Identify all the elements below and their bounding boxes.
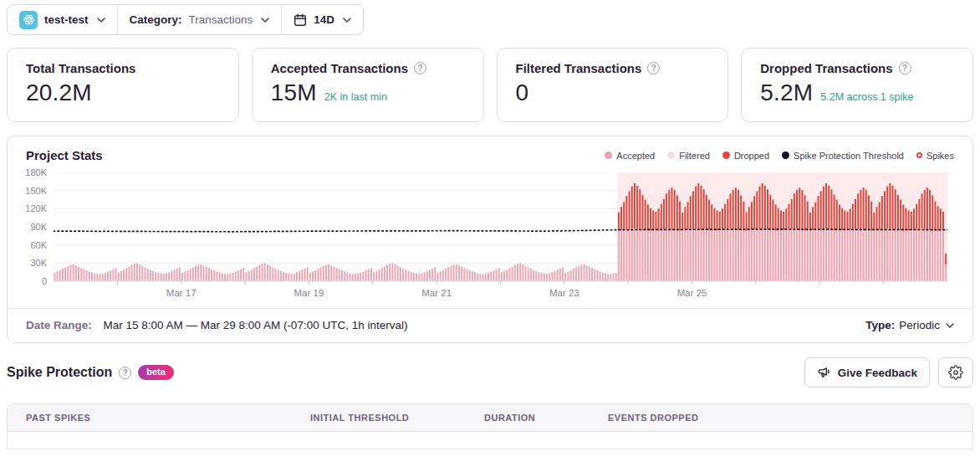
period-value: 14D xyxy=(314,13,334,26)
top-selector-bar: test-test Category: Transactions 14D xyxy=(7,4,364,35)
y-axis-label: 90K xyxy=(30,222,47,232)
react-atom-icon xyxy=(19,11,38,29)
chevron-down-icon xyxy=(946,323,954,328)
card-title: Accepted Transactions xyxy=(271,61,408,75)
legend-dot-icon xyxy=(782,151,789,159)
spike-protection-header-row: Spike Protection ? beta Give Feedback xyxy=(7,357,973,388)
card-value: 5.2M xyxy=(760,80,813,106)
legend-dot-icon xyxy=(605,151,612,159)
y-axis-label: 180K xyxy=(25,167,47,177)
column-header-past-spikes: Past Spikes xyxy=(8,404,292,431)
card-title: Dropped Transactions xyxy=(760,61,892,75)
legend-item-threshold[interactable]: Spike Protection Threshold xyxy=(782,151,904,161)
card-dropped-transactions: Dropped Transactions ? 5.2M 5.2M across … xyxy=(741,48,973,122)
card-total-transactions: Total Transactions 20.2M xyxy=(7,48,239,122)
card-accepted-transactions: Accepted Transactions ? 15M 2K in last m… xyxy=(252,48,484,122)
chart-footer: Date Range: Mar 15 8:00 AM — Mar 29 8:00… xyxy=(8,308,972,342)
legend-ring-icon xyxy=(916,152,922,158)
table-body xyxy=(8,432,972,449)
category-selector[interactable]: Category: Transactions xyxy=(117,5,282,34)
help-icon[interactable]: ? xyxy=(899,62,911,74)
category-value: Transactions xyxy=(189,13,253,26)
page: test-test Category: Transactions 14D xyxy=(0,0,980,449)
legend-label: Spikes xyxy=(926,151,954,161)
y-axis-label: 150K xyxy=(25,186,47,196)
give-feedback-button[interactable]: Give Feedback xyxy=(804,357,930,388)
card-subtext: 5.2M across 1 spike xyxy=(820,91,913,103)
legend-dot-icon xyxy=(667,151,675,159)
legend-item-accepted[interactable]: Accepted xyxy=(605,151,655,161)
legend-label: Filtered xyxy=(679,151,710,161)
type-label: Type: xyxy=(865,319,895,331)
past-spikes-table: Past Spikes Initial Threshold Duration E… xyxy=(7,403,973,449)
legend-item-filtered[interactable]: Filtered xyxy=(667,151,710,161)
y-axis-label: 60K xyxy=(30,240,47,250)
chevron-down-icon xyxy=(97,18,105,23)
chart-y-axis: 180K150K120K90K60K30K0 xyxy=(8,172,54,281)
legend-label: Accepted xyxy=(616,151,655,161)
y-axis-label: 0 xyxy=(42,276,47,286)
settings-button[interactable] xyxy=(938,357,973,388)
beta-badge: beta xyxy=(138,365,174,380)
card-title: Filtered Transactions xyxy=(516,61,642,75)
x-axis-label: Mar 19 xyxy=(294,288,324,298)
chart-legend: Accepted Filtered Dropped Spike Protecti… xyxy=(605,151,954,161)
type-selector[interactable]: Type: Periodic xyxy=(865,319,954,331)
legend-item-dropped[interactable]: Dropped xyxy=(722,151,769,161)
card-value: 0 xyxy=(516,80,529,106)
y-axis-label: 30K xyxy=(30,258,47,268)
column-header-duration: Duration xyxy=(466,404,590,431)
help-icon[interactable]: ? xyxy=(119,367,131,379)
table-header-row: Past Spikes Initial Threshold Duration E… xyxy=(8,404,972,432)
x-axis-label: Mar 21 xyxy=(421,288,452,298)
column-header-events-dropped: Events Dropped xyxy=(590,404,972,431)
y-axis-label: 120K xyxy=(25,203,47,213)
card-subtext: 2K in last min xyxy=(324,91,387,103)
column-header-initial-threshold: Initial Threshold xyxy=(292,404,466,431)
category-label: Category: xyxy=(130,13,182,26)
card-value: 20.2M xyxy=(26,80,92,106)
legend-label: Spike Protection Threshold xyxy=(794,151,904,161)
card-filtered-transactions: Filtered Transactions ? 0 xyxy=(497,48,729,122)
megaphone-icon xyxy=(817,366,831,380)
card-value: 15M xyxy=(271,80,317,106)
chevron-down-icon xyxy=(343,18,351,23)
chart-title: Project Stats xyxy=(26,148,103,162)
legend-dot-icon xyxy=(722,151,730,159)
legend-item-spikes[interactable]: Spikes xyxy=(916,151,954,161)
card-title: Total Transactions xyxy=(26,61,135,75)
chart-x-axis: Mar 17Mar 19Mar 21Mar 23Mar 25 xyxy=(54,286,947,301)
help-icon[interactable]: ? xyxy=(414,62,426,74)
legend-label: Dropped xyxy=(734,151,769,161)
gear-icon xyxy=(948,365,963,380)
spike-protection-title: Spike Protection xyxy=(7,365,112,380)
date-range-value: Mar 15 8:00 AM — Mar 29 8:00 AM (-07:00 … xyxy=(104,319,408,331)
type-value: Periodic xyxy=(899,319,940,331)
x-axis-label: Mar 17 xyxy=(166,288,197,298)
date-period-selector[interactable]: 14D xyxy=(281,5,363,34)
project-selector[interactable]: test-test xyxy=(8,5,117,34)
give-feedback-label: Give Feedback xyxy=(838,367,917,379)
chevron-down-icon xyxy=(261,18,269,23)
project-stats-card: Project Stats Accepted Filtered Dropped … xyxy=(7,136,973,343)
stat-cards-row: Total Transactions 20.2M Accepted Transa… xyxy=(7,48,973,122)
date-range-label: Date Range: xyxy=(26,319,92,331)
calendar-icon xyxy=(293,13,307,27)
x-axis-label: Mar 23 xyxy=(549,288,579,298)
help-icon[interactable]: ? xyxy=(647,62,660,74)
project-stats-chart[interactable] xyxy=(54,172,947,286)
project-name: test-test xyxy=(44,13,89,26)
x-axis-label: Mar 25 xyxy=(677,288,707,298)
